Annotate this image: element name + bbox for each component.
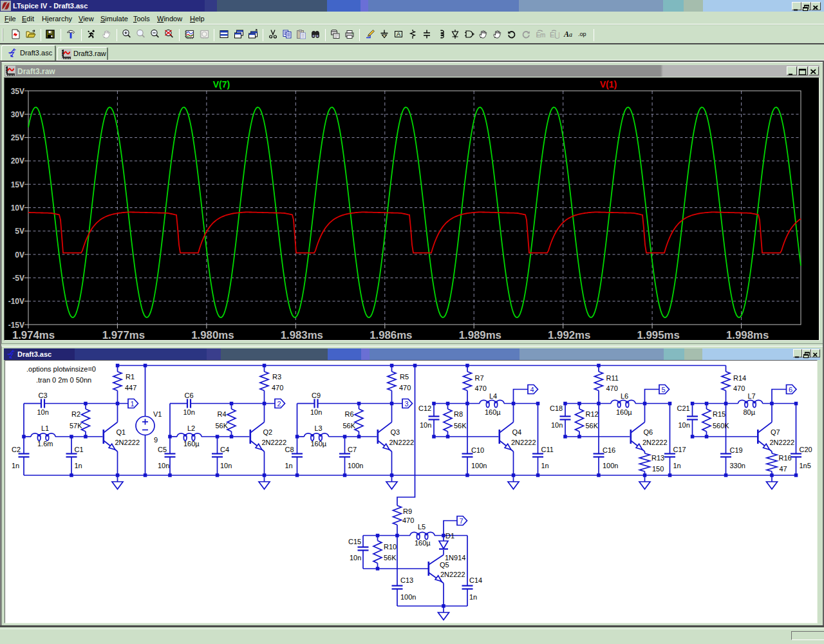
svg-text:⋃: ⋃	[554, 31, 559, 39]
svg-text:A: A	[563, 30, 569, 39]
svg-text:m: m	[540, 32, 545, 39]
svg-text:A: A	[397, 31, 400, 37]
svg-text:.op: .op	[578, 31, 586, 37]
svg-text:a: a	[569, 31, 572, 38]
